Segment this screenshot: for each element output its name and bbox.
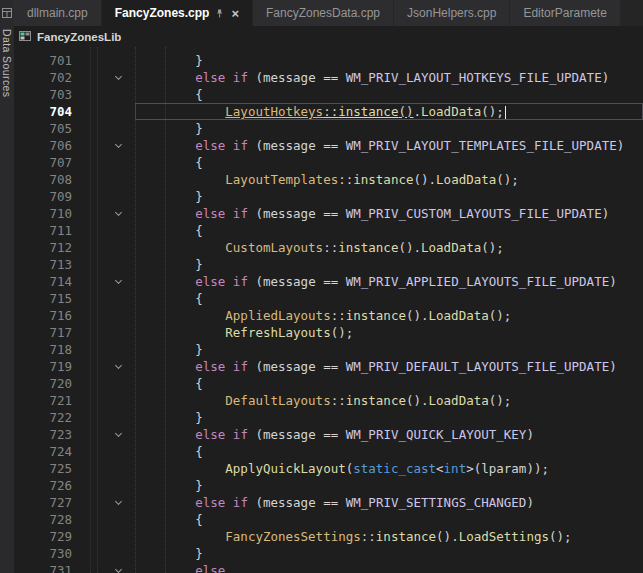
tab-label: EditorParamete xyxy=(523,6,606,20)
code-text[interactable]: ApplyQuickLayout(static_cast<int>(lparam… xyxy=(135,460,643,477)
code-line[interactable]: 730 } xyxy=(14,545,643,562)
code-line[interactable]: 718 } xyxy=(14,341,643,358)
code-text[interactable]: } xyxy=(135,545,643,562)
navigation-bar[interactable]: FancyZonesLib xyxy=(14,26,643,47)
code-line[interactable]: 720 { xyxy=(14,375,643,392)
line-number: 708 xyxy=(14,171,72,188)
tab-dllmain[interactable]: dllmain.cpp xyxy=(14,0,102,26)
vs-window: Data Sources dllmain.cpp FancyZones.cpp … xyxy=(0,0,643,573)
line-number: 731 xyxy=(14,562,72,573)
code-line[interactable]: 710 else if (message == WM_PRIV_CUSTOM_L… xyxy=(14,205,643,222)
fold-chevron-icon[interactable] xyxy=(115,209,122,216)
code-line[interactable]: 717 RefreshLayouts(); xyxy=(14,324,643,341)
fold-margin xyxy=(72,103,135,120)
code-text[interactable]: RefreshLayouts(); xyxy=(135,324,643,341)
code-line[interactable]: 715 { xyxy=(14,290,643,307)
code-text[interactable]: else if (message == WM_PRIV_APPLIED_LAYO… xyxy=(135,273,643,290)
code-text[interactable]: else if (message == WM_PRIV_LAYOUT_TEMPL… xyxy=(135,137,643,154)
code-text[interactable]: AppliedLayouts::instance().LoadData(); xyxy=(135,307,643,324)
code-line[interactable]: 729 FancyZonesSettings::instance().LoadS… xyxy=(14,528,643,545)
code-line[interactable]: 707 { xyxy=(14,154,643,171)
code-text[interactable]: { xyxy=(135,290,643,307)
code-line[interactable]: 703 { xyxy=(14,86,643,103)
line-number: 729 xyxy=(14,528,72,545)
tab-label: FancyZonesData.cpp xyxy=(266,6,380,20)
code-line[interactable]: 702 else if (message == WM_PRIV_LAYOUT_H… xyxy=(14,69,643,86)
code-line[interactable]: 716 AppliedLayouts::instance().LoadData(… xyxy=(14,307,643,324)
pin-tab-icon[interactable] xyxy=(215,9,224,18)
code-text[interactable]: { xyxy=(135,222,643,239)
fold-margin xyxy=(72,154,135,171)
code-line[interactable]: 706 else if (message == WM_PRIV_LAYOUT_T… xyxy=(14,137,643,154)
fold-margin xyxy=(72,426,135,443)
code-text[interactable]: LayoutTemplates::instance().LoadData(); xyxy=(135,171,643,188)
code-text[interactable]: LayoutHotkeys::instance().LoadData(); xyxy=(135,103,643,120)
code-text[interactable]: } xyxy=(135,256,643,273)
fold-margin xyxy=(72,477,135,494)
code-line[interactable]: 731 else xyxy=(14,562,643,573)
fold-margin xyxy=(72,494,135,511)
code-line[interactable]: 727 else if (message == WM_PRIV_SETTINGS… xyxy=(14,494,643,511)
tab-fancyzones[interactable]: FancyZones.cpp × xyxy=(102,0,253,26)
code-line[interactable]: 708 LayoutTemplates::instance().LoadData… xyxy=(14,171,643,188)
code-line[interactable]: 701 } xyxy=(14,52,643,69)
code-text[interactable]: } xyxy=(135,52,643,69)
code-text[interactable]: else if (message == WM_PRIV_DEFAULT_LAYO… xyxy=(135,358,643,375)
fold-margin xyxy=(72,205,135,222)
close-tab-icon[interactable]: × xyxy=(231,7,239,20)
code-line[interactable]: 719 else if (message == WM_PRIV_DEFAULT_… xyxy=(14,358,643,375)
code-line[interactable]: 712 CustomLayouts::instance().LoadData()… xyxy=(14,239,643,256)
code-text[interactable]: } xyxy=(135,120,643,137)
code-text[interactable]: { xyxy=(135,154,643,171)
code-line[interactable]: 709 } xyxy=(14,188,643,205)
code-line[interactable]: 722 } xyxy=(14,409,643,426)
fold-margin xyxy=(72,562,135,573)
line-number: 728 xyxy=(14,511,72,528)
code-line[interactable]: 713 } xyxy=(14,256,643,273)
code-text[interactable]: { xyxy=(135,86,643,103)
code-text[interactable]: else if (message == WM_PRIV_CUSTOM_LAYOU… xyxy=(135,205,643,222)
code-text[interactable]: } xyxy=(135,341,643,358)
code-line[interactable]: 724 { xyxy=(14,443,643,460)
fold-chevron-icon[interactable] xyxy=(115,73,122,80)
code-text[interactable]: { xyxy=(135,375,643,392)
line-number: 702 xyxy=(14,69,72,86)
code-line[interactable]: 711 { xyxy=(14,222,643,239)
line-number: 701 xyxy=(14,52,72,69)
fold-chevron-icon[interactable] xyxy=(115,362,122,369)
code-editor[interactable]: 701 }702 else if (message == WM_PRIV_LAY… xyxy=(14,47,643,573)
code-text[interactable]: } xyxy=(135,477,643,494)
tab-editorparameters[interactable]: EditorParamete xyxy=(510,0,620,26)
fold-chevron-icon[interactable] xyxy=(115,141,122,148)
code-text[interactable]: { xyxy=(135,511,643,528)
fold-margin xyxy=(72,239,135,256)
code-text[interactable]: } xyxy=(135,409,643,426)
code-line[interactable]: 705 } xyxy=(14,120,643,137)
code-line[interactable]: 704 LayoutHotkeys::instance().LoadData()… xyxy=(14,103,643,120)
code-text[interactable]: DefaultLayouts::instance().LoadData(); xyxy=(135,392,643,409)
code-text[interactable]: else if (message == WM_PRIV_SETTINGS_CHA… xyxy=(135,494,643,511)
tab-jsonhelpers[interactable]: JsonHelpers.cpp xyxy=(394,0,510,26)
code-line[interactable]: 723 else if (message == WM_PRIV_QUICK_LA… xyxy=(14,426,643,443)
line-number: 719 xyxy=(14,358,72,375)
tab-bar: dllmain.cpp FancyZones.cpp × FancyZonesD… xyxy=(14,0,643,26)
code-line[interactable]: 721 DefaultLayouts::instance().LoadData(… xyxy=(14,392,643,409)
code-text[interactable]: } xyxy=(135,188,643,205)
code-text[interactable]: else xyxy=(135,562,643,573)
code-text[interactable]: { xyxy=(135,443,643,460)
tab-label: FancyZones.cpp xyxy=(115,6,210,20)
fold-chevron-icon[interactable] xyxy=(115,277,122,284)
code-line[interactable]: 726 } xyxy=(14,477,643,494)
code-text[interactable]: CustomLayouts::instance().LoadData(); xyxy=(135,239,643,256)
code-line[interactable]: 728 { xyxy=(14,511,643,528)
tool-window-tab-data-sources[interactable]: Data Sources xyxy=(0,0,14,573)
code-text[interactable]: else if (message == WM_PRIV_LAYOUT_HOTKE… xyxy=(135,69,643,86)
fold-chevron-icon[interactable] xyxy=(115,566,122,573)
code-text[interactable]: else if (message == WM_PRIV_QUICK_LAYOUT… xyxy=(135,426,643,443)
fold-chevron-icon[interactable] xyxy=(115,498,122,505)
code-text[interactable]: FancyZonesSettings::instance().LoadSetti… xyxy=(135,528,643,545)
fold-chevron-icon[interactable] xyxy=(115,430,122,437)
code-line[interactable]: 725 ApplyQuickLayout(static_cast<int>(lp… xyxy=(14,460,643,477)
tab-fancyzonesdata[interactable]: FancyZonesData.cpp xyxy=(253,0,394,26)
code-line[interactable]: 714 else if (message == WM_PRIV_APPLIED_… xyxy=(14,273,643,290)
